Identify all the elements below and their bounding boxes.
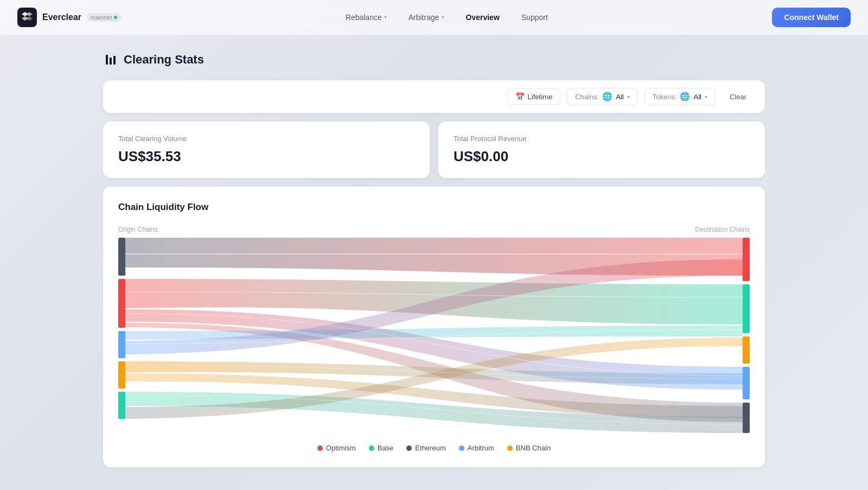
total-volume-label: Total Clearing Volume <box>118 135 414 143</box>
svg-rect-1 <box>106 55 108 65</box>
legend-arbitrum: Arbitrum <box>459 444 494 452</box>
header: Everclear mainnet Rebalance ▾ Arbitrage … <box>0 0 868 35</box>
main-content: Clearing Stats 📅 Lifetime Chains: 🌐 All … <box>81 35 787 485</box>
chains-filter-button[interactable]: Chains: 🌐 All ▾ <box>567 88 638 105</box>
svg-rect-3 <box>113 56 116 65</box>
network-badge: mainnet <box>87 13 121 22</box>
brand-section: Everclear mainnet <box>17 8 121 27</box>
nav-rebalance[interactable]: Rebalance ▾ <box>337 10 395 25</box>
dest-ethereum-bar <box>743 403 750 433</box>
lifetime-filter-button[interactable]: 📅 Lifetime <box>507 88 561 105</box>
dest-base-bar <box>743 284 750 333</box>
optimism-dot <box>317 446 323 451</box>
main-nav: Rebalance ▾ Arbitrage ▾ Overview Support <box>337 10 557 25</box>
base-dot <box>369 446 374 451</box>
brand-logo <box>17 8 37 27</box>
connect-wallet-button[interactable]: Connect Wallet <box>772 8 851 27</box>
legend-bnb: BNB Chain <box>507 444 551 452</box>
brand-name: Everclear <box>42 12 81 22</box>
svg-rect-2 <box>110 58 112 65</box>
filter-bar: 📅 Lifetime Chains: 🌐 All ▾ Tokens: 🌐 All… <box>103 80 765 113</box>
dest-bnb-bar <box>743 336 750 364</box>
legend-optimism: Optimism <box>317 444 356 452</box>
total-protocol-revenue-card: Total Protocol Revenue US$0.00 <box>438 122 765 178</box>
total-revenue-value: US$0.00 <box>454 148 750 165</box>
origin-base-bar <box>118 392 125 419</box>
total-clearing-volume-card: Total Clearing Volume US$35.53 <box>103 122 430 178</box>
bnb-dot <box>507 446 513 451</box>
rebalance-chevron-icon: ▾ <box>384 14 387 20</box>
dest-arbitrum-bar <box>743 367 750 399</box>
tokens-chevron-icon: ▾ <box>705 94 707 100</box>
arbitrum-dot <box>459 446 464 451</box>
ethereum-dot <box>406 446 412 451</box>
nav-arbitrage[interactable]: Arbitrage ▾ <box>400 10 453 25</box>
stat-cards: Total Clearing Volume US$35.53 Total Pro… <box>103 122 765 178</box>
chart-legend: Optimism Base Ethereum Arbitrum BNB Chai… <box>118 444 750 452</box>
tokens-filter-button[interactable]: Tokens: 🌐 All ▾ <box>644 88 716 105</box>
page-title: Clearing Stats <box>124 53 204 67</box>
sankey-diagram <box>118 238 750 433</box>
network-status-dot <box>114 16 117 19</box>
clearing-stats-icon <box>103 52 118 67</box>
origin-optimism-bar <box>118 279 125 328</box>
dest-optimism-bar <box>743 238 750 281</box>
origin-ethereum-bar <box>118 238 125 276</box>
chart-title: Chain Liquidity Flow <box>118 202 750 213</box>
chains-chevron-icon: ▾ <box>627 94 630 100</box>
svg-rect-0 <box>17 8 37 27</box>
origin-chains-label: Origin Chains <box>118 226 158 233</box>
chains-globe-icon: 🌐 <box>602 92 612 101</box>
legend-ethereum: Ethereum <box>406 444 445 452</box>
chain-liquidity-chart-card: Chain Liquidity Flow Origin Chains Desti… <box>103 187 765 467</box>
sankey-svg <box>118 238 750 433</box>
clear-button[interactable]: Clear <box>722 90 754 104</box>
total-revenue-label: Total Protocol Revenue <box>454 135 750 143</box>
origin-bnb-bar <box>118 361 125 389</box>
legend-base: Base <box>369 444 394 452</box>
nav-overview[interactable]: Overview <box>457 10 508 25</box>
origin-arbitrum-bar <box>118 331 125 358</box>
tokens-globe-icon: 🌐 <box>680 92 690 101</box>
page-title-row: Clearing Stats <box>103 52 765 67</box>
total-volume-value: US$35.53 <box>118 148 414 165</box>
calendar-icon: 📅 <box>515 92 525 101</box>
chart-axis-labels: Origin Chains Destination Chains <box>118 226 750 233</box>
arbitrage-chevron-icon: ▾ <box>442 14 444 20</box>
nav-support[interactable]: Support <box>513 10 557 25</box>
destination-chains-label: Destination Chains <box>695 226 750 233</box>
